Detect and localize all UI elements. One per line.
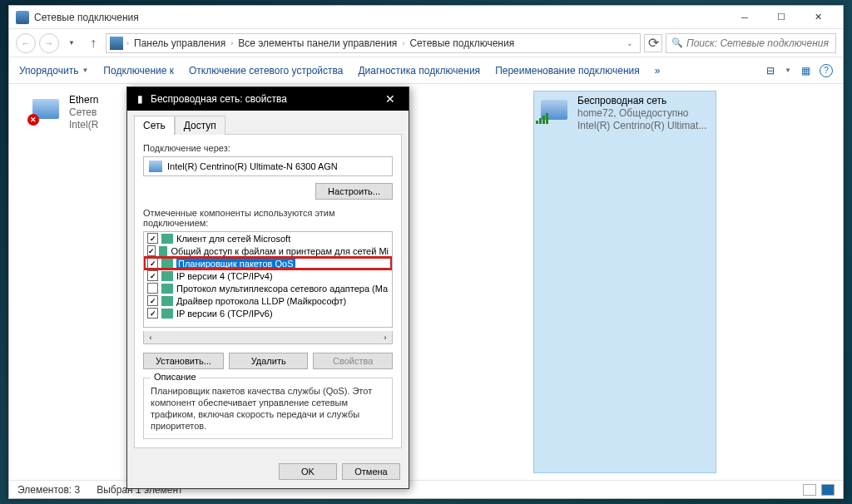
search-input[interactable] — [686, 37, 830, 49]
checkbox[interactable] — [147, 283, 158, 294]
nav-back-button[interactable]: ← — [16, 33, 36, 53]
component-item[interactable]: ✓Общий доступ к файлам и принтерам для с… — [144, 245, 392, 257]
toolbar-connect[interactable]: Подключение к — [103, 65, 174, 77]
search-icon: 🔍 — [671, 37, 683, 48]
breadcrumb-item[interactable]: Все элементы панели управления — [236, 37, 399, 49]
organize-label: Упорядочить — [19, 65, 78, 77]
disconnected-badge-icon: ✕ — [27, 114, 39, 126]
component-icon — [161, 259, 173, 269]
description-title: Описание — [151, 372, 200, 382]
tab-content: Подключение через: Intel(R) Centrino(R) … — [134, 134, 402, 448]
connection-name: Ethern — [69, 94, 98, 106]
tabs: Сеть Доступ — [127, 111, 409, 135]
wifi-icon — [537, 95, 571, 125]
breadcrumb-icon — [110, 37, 123, 50]
component-icon — [161, 284, 173, 294]
ethernet-icon: ✕ — [29, 94, 62, 124]
app-icon — [16, 11, 29, 24]
scroll-track[interactable] — [157, 331, 379, 343]
components-label: Отмеченные компоненты используются этим … — [143, 208, 393, 228]
component-item[interactable]: ✓IP версии 6 (TCP/IPv6) — [144, 307, 392, 319]
cancel-button[interactable]: Отмена — [342, 463, 400, 480]
toolbar-disable[interactable]: Отключение сетевого устройства — [189, 65, 343, 77]
checkbox[interactable]: ✓ — [147, 245, 156, 256]
breadcrumb-item[interactable]: Панель управления — [132, 37, 227, 49]
connection-item-wifi[interactable]: Беспроводная сеть home72, Общедоступно I… — [533, 91, 716, 473]
tab-access[interactable]: Доступ — [175, 116, 225, 135]
component-label: IP версии 4 (TCP/IPv4) — [176, 271, 273, 281]
refresh-button[interactable]: ⟳ — [644, 34, 662, 52]
tab-network[interactable]: Сеть — [134, 116, 175, 135]
component-icon — [161, 271, 173, 281]
view-details-icon[interactable] — [803, 484, 816, 496]
navbar: ← → ▼ ↑ › Панель управления › Все элемен… — [9, 29, 843, 57]
titlebar: Сетевые подключения ─ ☐ ✕ — [9, 6, 843, 29]
properties-button[interactable]: Свойства — [313, 353, 393, 369]
component-icon — [161, 234, 173, 244]
component-item[interactable]: ✓Планировщик пакетов QoS — [144, 257, 392, 269]
connection-name: Беспроводная сеть — [577, 95, 706, 107]
properties-dialog: ▮ Беспроводная сеть: свойства ✕ Сеть Дос… — [126, 86, 409, 489]
ok-button[interactable]: OK — [279, 463, 337, 480]
chevron-right-icon: › — [126, 39, 129, 47]
component-label: Планировщик пакетов QoS — [176, 259, 295, 269]
adapter-icon — [149, 161, 162, 172]
install-button[interactable]: Установить... — [143, 353, 224, 369]
checkbox[interactable]: ✓ — [147, 295, 158, 306]
chevron-down-icon[interactable]: ⌄ — [623, 39, 637, 47]
dialog-close-button[interactable]: ✕ — [379, 87, 402, 111]
scroll-left-icon[interactable]: ‹ — [144, 331, 157, 343]
description-group: Описание Планировщик пакетов качества сл… — [143, 378, 393, 439]
nav-forward-button[interactable]: → — [39, 33, 59, 53]
toolbar: Упорядочить ▼ Подключение к Отключение с… — [9, 57, 843, 84]
chevron-down-icon: ▼ — [82, 67, 88, 74]
details-pane-icon[interactable]: ▦ — [798, 63, 813, 78]
breadcrumb[interactable]: › Панель управления › Все элементы панел… — [106, 33, 641, 53]
minimize-button[interactable]: ─ — [726, 6, 763, 29]
scroll-right-icon[interactable]: › — [379, 331, 392, 343]
wifi-signal-icon — [536, 113, 549, 124]
checkbox[interactable]: ✓ — [147, 270, 158, 281]
connection-desc: home72, Общедоступно — [577, 107, 706, 120]
component-label: Протокол мультиплексора сетевого адаптер… — [176, 284, 388, 294]
checkbox[interactable]: ✓ — [147, 308, 158, 319]
window-title: Сетевые подключения — [34, 12, 726, 23]
components-list[interactable]: ✓Клиент для сетей Microsoft✓Общий доступ… — [143, 231, 393, 328]
status-count: Элементов: 3 — [17, 484, 80, 496]
connection-adapter: Intel(R) Centrino(R) Ultimat... — [577, 120, 706, 132]
search-box[interactable]: 🔍 — [666, 33, 836, 53]
toolbar-diagnose[interactable]: Диагностика подключения — [358, 65, 480, 77]
connection-desc: Сетев — [69, 106, 98, 119]
component-icon — [161, 309, 173, 319]
horizontal-scrollbar[interactable]: ‹ › — [143, 331, 393, 344]
adapter-name: Intel(R) Centrino(R) Ultimate-N 6300 AGN — [167, 161, 338, 171]
configure-button[interactable]: Настроить... — [315, 183, 393, 200]
nav-up-button[interactable]: ↑ — [84, 34, 102, 52]
remove-button[interactable]: Удалить — [229, 353, 309, 369]
close-button[interactable]: ✕ — [800, 6, 836, 29]
view-options-icon[interactable]: ⊟ — [763, 63, 778, 78]
component-icon — [159, 246, 167, 256]
component-label: IP версии 6 (TCP/IPv6) — [176, 309, 273, 319]
maximize-button[interactable]: ☐ — [763, 6, 800, 29]
organize-menu[interactable]: Упорядочить ▼ — [19, 65, 88, 77]
toolbar-more[interactable]: » — [655, 65, 661, 77]
dialog-icon: ▮ — [134, 93, 146, 105]
component-item[interactable]: ✓Драйвер протокола LLDP (Майкрософт) — [144, 294, 392, 307]
component-item[interactable]: Протокол мультиплексора сетевого адаптер… — [144, 282, 392, 294]
chevron-right-icon: › — [230, 39, 233, 47]
checkbox[interactable]: ✓ — [147, 233, 158, 244]
component-item[interactable]: ✓Клиент для сетей Microsoft — [144, 232, 392, 245]
component-item[interactable]: ✓IP версии 4 (TCP/IPv4) — [144, 269, 392, 282]
breadcrumb-item[interactable]: Сетевые подключения — [408, 37, 516, 49]
help-icon[interactable]: ? — [820, 64, 833, 77]
chevron-down-icon[interactable]: ▼ — [785, 67, 791, 74]
dialog-titlebar: ▮ Беспроводная сеть: свойства ✕ — [127, 87, 409, 111]
adapter-field: Intel(R) Centrino(R) Ultimate-N 6300 AGN — [143, 156, 393, 176]
description-text: Планировщик пакетов качества службы (QoS… — [151, 385, 385, 432]
view-icons-icon[interactable] — [821, 484, 835, 496]
nav-history-dropdown[interactable]: ▼ — [62, 34, 81, 52]
component-label: Клиент для сетей Microsoft — [176, 234, 290, 244]
checkbox[interactable]: ✓ — [147, 258, 158, 269]
toolbar-rename[interactable]: Переименование подключения — [495, 65, 640, 77]
